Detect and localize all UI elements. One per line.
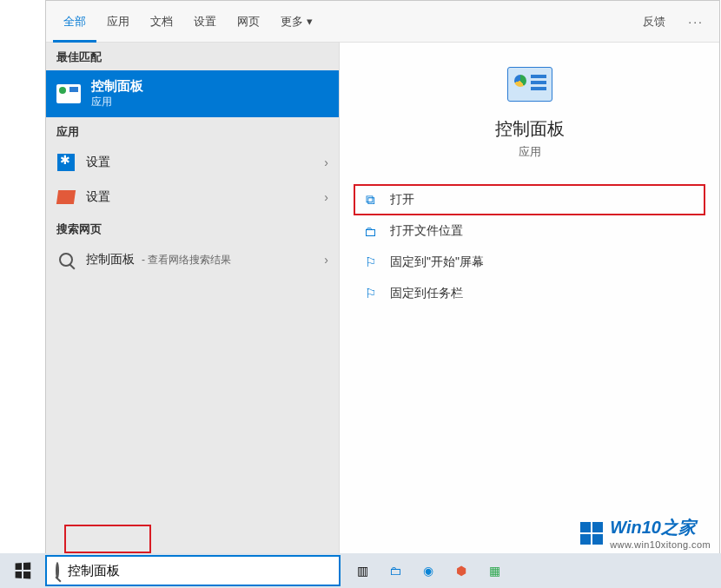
tab-more-label: 更多 — [281, 1, 303, 43]
preview-subtitle: 应用 — [519, 144, 541, 160]
panel-body: 最佳匹配 控制面板 应用 应用 设置 › 设置 › 搜索网页 — [46, 43, 719, 553]
app-item-label: 设置 — [86, 189, 314, 205]
watermark-url: www.win10xitong.com — [610, 539, 711, 550]
web-item-label: 控制面板 - 查看网络搜索结果 — [86, 252, 314, 268]
results-list: 最佳匹配 控制面板 应用 应用 设置 › 设置 › 搜索网页 — [46, 43, 340, 553]
app-item-settings-2[interactable]: 设置 › — [46, 180, 339, 215]
action-label: 固定到任务栏 — [390, 286, 463, 301]
group-apps: 应用 — [46, 117, 339, 145]
group-best-match: 最佳匹配 — [46, 43, 339, 70]
taskbar-icons: ▥ 🗀 ◉ ⬢ ▦ — [349, 558, 507, 584]
tab-settings[interactable]: 设置 — [183, 1, 227, 43]
action-label: 固定到"开始"屏幕 — [390, 254, 484, 270]
more-options-button[interactable]: ··· — [679, 15, 712, 29]
app-item-settings-1[interactable]: 设置 › — [46, 145, 339, 180]
preview-pane: 控制面板 应用 ⧉ 打开 🗀 打开文件位置 ⚐ 固定到"开始"屏幕 ⚐ 固定到任… — [340, 43, 719, 553]
action-pin-start[interactable]: ⚐ 固定到"开始"屏幕 — [354, 247, 705, 278]
tab-all[interactable]: 全部 — [53, 1, 96, 43]
action-label: 打开 — [390, 192, 414, 208]
feedback-link[interactable]: 反馈 — [632, 1, 676, 43]
best-match-item[interactable]: 控制面板 应用 — [46, 70, 339, 117]
control-panel-icon — [507, 67, 552, 102]
gear-icon — [56, 188, 76, 207]
preview-title: 控制面板 — [495, 117, 565, 141]
store-icon[interactable]: ⬢ — [448, 558, 474, 584]
start-button[interactable] — [0, 553, 45, 588]
app-item-label: 设置 — [86, 155, 314, 170]
open-icon: ⧉ — [362, 192, 378, 208]
watermark-title: Win10之家 — [610, 516, 711, 539]
chevron-right-icon: › — [324, 190, 328, 204]
windows-icon — [16, 563, 31, 579]
best-match-subtitle: 应用 — [91, 95, 143, 109]
tab-more[interactable]: 更多 ▾ — [270, 1, 323, 43]
windows-icon — [580, 522, 603, 545]
folder-icon: 🗀 — [362, 224, 378, 239]
gear-icon — [56, 153, 76, 172]
control-panel-icon — [56, 84, 81, 103]
chevron-right-icon: › — [324, 253, 328, 267]
watermark: Win10之家 www.win10xitong.com — [580, 516, 711, 550]
group-web: 搜索网页 — [46, 215, 339, 242]
best-match-title: 控制面板 — [91, 78, 143, 95]
search-icon — [56, 564, 59, 578]
taskbar: ▥ 🗀 ◉ ⬢ ▦ — [0, 553, 721, 588]
chevron-right-icon: › — [324, 155, 328, 169]
action-open[interactable]: ⧉ 打开 — [354, 184, 705, 215]
pin-icon: ⚐ — [362, 286, 378, 301]
tab-web[interactable]: 网页 — [227, 1, 270, 43]
chevron-down-icon: ▾ — [307, 1, 313, 43]
web-item-hint: - 查看网络搜索结果 — [142, 254, 231, 266]
taskbar-search[interactable] — [45, 555, 341, 586]
task-view-icon[interactable]: ▥ — [349, 558, 375, 584]
tabs-bar: 全部 应用 文档 设置 网页 更多 ▾ 反馈 ··· — [46, 1, 719, 43]
pin-icon: ⚐ — [362, 254, 378, 270]
search-panel: 全部 应用 文档 设置 网页 更多 ▾ 反馈 ··· 最佳匹配 控制面板 应用 … — [45, 0, 720, 554]
action-label: 打开文件位置 — [390, 223, 463, 239]
action-pin-taskbar[interactable]: ⚐ 固定到任务栏 — [354, 278, 705, 309]
actions-list: ⧉ 打开 🗀 打开文件位置 ⚐ 固定到"开始"屏幕 ⚐ 固定到任务栏 — [340, 184, 719, 309]
edge-icon[interactable]: ◉ — [415, 558, 441, 584]
explorer-icon[interactable]: 🗀 — [382, 558, 408, 584]
app-icon[interactable]: ▦ — [481, 558, 507, 584]
action-open-location[interactable]: 🗀 打开文件位置 — [354, 215, 705, 247]
search-input[interactable] — [68, 564, 330, 578]
tab-docs[interactable]: 文档 — [140, 1, 183, 43]
web-item[interactable]: 控制面板 - 查看网络搜索结果 › — [46, 242, 339, 277]
tab-apps[interactable]: 应用 — [96, 1, 140, 43]
search-icon — [56, 250, 76, 269]
